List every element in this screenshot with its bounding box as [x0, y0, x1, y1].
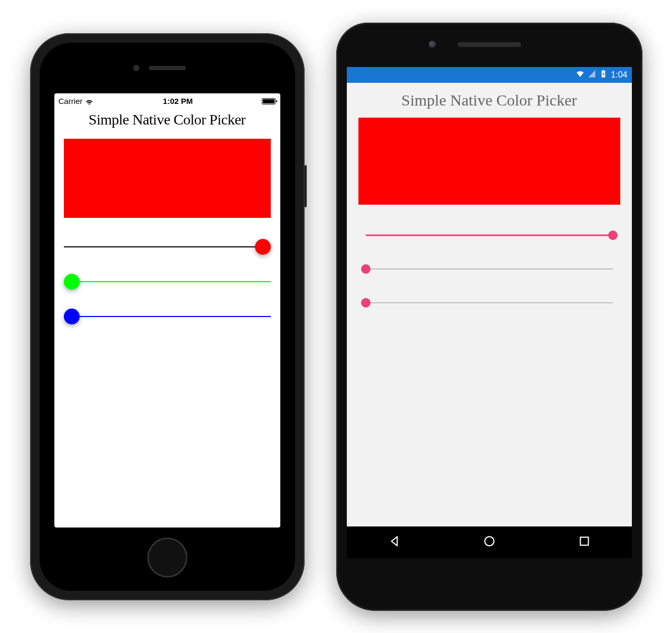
home-button[interactable] — [147, 538, 187, 578]
earpiece-speaker-icon — [458, 42, 521, 47]
back-button[interactable] — [387, 534, 401, 550]
recents-button[interactable] — [578, 534, 591, 550]
android-clock: 1:04 — [611, 70, 627, 80]
green-slider[interactable] — [366, 264, 613, 274]
slider-thumb-icon[interactable] — [608, 231, 618, 240]
wifi-icon — [85, 98, 93, 104]
blue-slider[interactable] — [366, 298, 613, 308]
slider-thumb-icon[interactable] — [64, 274, 80, 290]
red-slider[interactable] — [366, 230, 613, 241]
red-slider[interactable] — [64, 239, 271, 255]
iphone-bezel: Carrier 1:02 PM Simple Native Color Pick… — [40, 43, 295, 591]
color-preview-swatch — [358, 118, 620, 205]
battery-charging-icon — [599, 70, 608, 80]
nexus-device-frame: 1:04 Simple Native Color Picker — [336, 23, 642, 611]
ios-status-bar: Carrier 1:02 PM — [54, 93, 280, 109]
earpiece-speaker-icon — [149, 66, 186, 70]
blue-slider[interactable] — [64, 309, 271, 324]
android-status-bar: 1:04 — [347, 67, 632, 83]
iphone-device-frame: Carrier 1:02 PM Simple Native Color Pick… — [30, 33, 305, 600]
app-title: Simple Native Color Picker — [347, 83, 632, 114]
iphone-screen: Carrier 1:02 PM Simple Native Color Pick… — [54, 93, 280, 528]
slider-thumb-icon[interactable] — [361, 298, 371, 308]
android-nav-bar — [347, 526, 632, 558]
carrier-label: Carrier — [59, 97, 83, 106]
slider-thumb-icon[interactable] — [361, 264, 371, 274]
color-preview-swatch — [64, 139, 271, 218]
signal-icon — [588, 70, 596, 80]
svg-point-0 — [485, 536, 494, 545]
ios-clock: 1:02 PM — [163, 97, 193, 106]
ios-statusbar-left: Carrier — [59, 97, 94, 106]
android-screen: 1:04 Simple Native Color Picker — [347, 67, 632, 558]
ios-statusbar-right — [262, 98, 276, 104]
svg-rect-1 — [580, 537, 588, 545]
slider-thumb-icon[interactable] — [255, 239, 271, 255]
front-camera-icon — [429, 41, 436, 48]
wifi-icon — [576, 70, 584, 80]
green-slider[interactable] — [64, 274, 271, 290]
battery-icon — [262, 98, 276, 104]
app-title: Simple Native Color Picker — [54, 109, 280, 133]
front-camera-icon — [133, 65, 139, 71]
home-button[interactable] — [482, 534, 496, 550]
slider-thumb-icon[interactable] — [64, 309, 80, 324]
